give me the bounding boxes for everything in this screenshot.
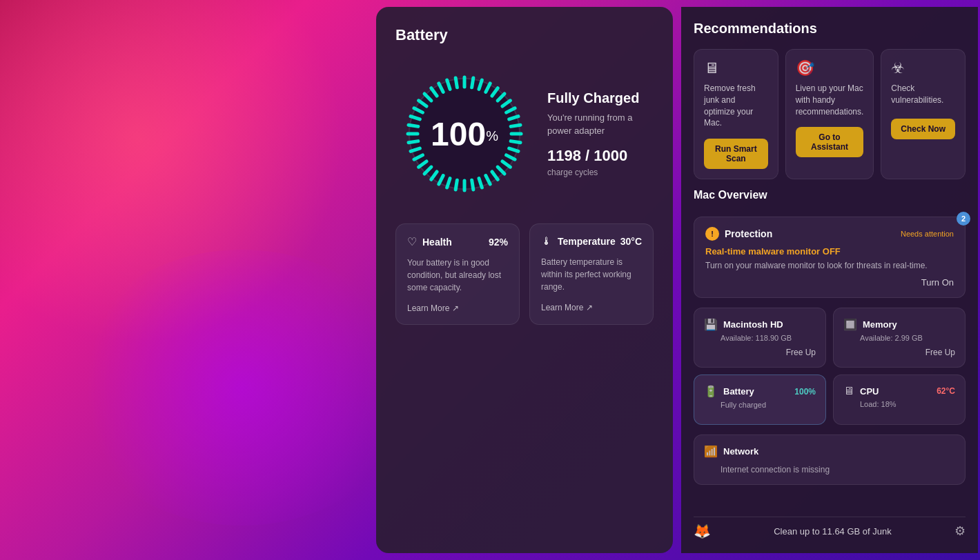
disk-icon: 💾: [704, 318, 718, 331]
health-value: 92%: [489, 237, 508, 248]
protection-card: 2 ! Protection Needs attention Real-time…: [694, 217, 966, 298]
macintosh-hd-header: 💾 Macintosh HD: [704, 318, 816, 331]
battery-cycles-label: charge cycles: [547, 168, 654, 177]
protection-header: ! Protection Needs attention: [705, 227, 954, 241]
rec-desc-1: Remove fresh junk and optimize your Mac.: [704, 83, 768, 129]
battery-percent-display: 100%: [431, 115, 498, 153]
svg-line-40: [409, 141, 418, 143]
app-container: Battery 100% Fully Charged You're runnin…: [376, 7, 980, 553]
health-learn-more[interactable]: Learn More ↗: [407, 303, 508, 313]
footer-clean-text: Clean up to 11.64 GB of Junk: [774, 526, 892, 537]
protection-label: Protection: [725, 228, 772, 239]
protection-badge: 2: [957, 212, 970, 226]
cpu-icon: 🖥: [843, 385, 854, 397]
temperature-title: Temperature: [558, 236, 616, 247]
overview-grid: 💾 Macintosh HD Available: 118.90 GB Free…: [694, 308, 966, 425]
thermometer-icon: 🌡: [541, 235, 552, 248]
battery-circle: 100%: [395, 65, 533, 203]
shield-icon: !: [705, 227, 719, 241]
rec-card-2: 🎯 Liven up your Mac with handy recommend…: [785, 49, 874, 179]
memory-card: 🔲 Memory Available: 2.99 GB Free Up: [833, 308, 966, 368]
battery-sub-cards: ♡ Health 92% Your battery is in good con…: [395, 223, 654, 325]
battery-circle-section: 100% Fully Charged You're running from a…: [395, 58, 654, 210]
check-now-button[interactable]: Check Now: [891, 119, 955, 139]
cpu-header: 🖥 CPU 62°C: [843, 385, 955, 397]
battery-overview-title: Battery: [723, 386, 789, 397]
rec-card-3: ☣ Check vulnerabilities. Check Now: [881, 49, 966, 179]
macintosh-hd-free-up[interactable]: Free Up: [704, 348, 816, 357]
cpu-title: CPU: [860, 386, 931, 397]
battery-info: Fully Charged You're running from a powe…: [533, 90, 654, 177]
recommendations-title: Recommendations: [694, 21, 966, 37]
protection-title-group: ! Protection: [705, 227, 772, 241]
svg-line-20: [511, 125, 520, 126]
battery-overview-card: 🔋 Battery 100% Fully charged: [694, 374, 826, 425]
svg-line-12: [472, 78, 473, 88]
rec-icon-1: 🖥: [704, 59, 768, 77]
svg-line-32: [455, 180, 457, 190]
temperature-learn-more[interactable]: Learn More ↗: [541, 303, 642, 312]
rec-desc-3: Check vulnerabilities.: [891, 83, 955, 109]
rec-card-1: 🖥 Remove fresh junk and optimize your Ma…: [694, 49, 778, 179]
malware-warning: Real-time malware monitor OFF: [705, 246, 954, 257]
footer-app-icon: 🦊: [694, 523, 711, 539]
heart-icon: ♡: [407, 235, 417, 248]
temperature-value: 30°C: [620, 236, 642, 247]
rec-icon-3: ☣: [891, 59, 955, 77]
battery-description: You're running from a power adapter: [547, 112, 654, 137]
rec-desc-2: Liven up your Mac with handy recommendat…: [796, 83, 864, 117]
battery-overview-header: 🔋 Battery 100%: [704, 385, 816, 398]
health-card-header: ♡ Health 92%: [407, 235, 508, 248]
temperature-card-header: 🌡 Temperature 30°C: [541, 235, 642, 248]
svg-line-22: [511, 141, 520, 143]
macintosh-hd-subtitle: Available: 118.90 GB: [704, 334, 816, 342]
gear-icon[interactable]: ⚙: [954, 523, 966, 539]
recommendations-row: 🖥 Remove fresh junk and optimize your Ma…: [694, 49, 966, 179]
svg-line-30: [472, 180, 473, 190]
temperature-description: Battery temperature is within its perfec…: [541, 256, 642, 293]
memory-free-up[interactable]: Free Up: [843, 348, 955, 357]
rec-icon-2: 🎯: [796, 59, 864, 77]
battery-overview-icon: 🔋: [704, 385, 718, 398]
cpu-card: 🖥 CPU 62°C Load: 18%: [833, 374, 966, 425]
network-icon: 📶: [704, 445, 718, 458]
svg-line-10: [455, 78, 457, 88]
run-smart-scan-button[interactable]: Run Smart Scan: [704, 139, 768, 169]
memory-icon: 🔲: [843, 318, 857, 331]
cpu-value: 62°C: [937, 386, 955, 396]
health-title-group: ♡ Health: [407, 235, 452, 248]
health-title: Health: [422, 237, 452, 248]
memory-subtitle: Available: 2.99 GB: [843, 334, 955, 342]
memory-header: 🔲 Memory: [843, 318, 955, 331]
battery-panel-title: Battery: [395, 26, 654, 44]
network-missing-text: Internet connection is missing: [704, 465, 955, 474]
macintosh-hd-title: Macintosh HD: [723, 319, 816, 330]
go-to-assistant-button[interactable]: Go to Assistant: [796, 127, 864, 157]
battery-percent-value: 100: [431, 116, 486, 152]
network-title: Network: [723, 446, 758, 457]
svg-line-2: [409, 125, 418, 126]
protection-description: Turn on your malware monitor to look for…: [705, 261, 954, 270]
cpu-subtitle: Load: 18%: [843, 400, 955, 408]
health-card: ♡ Health 92% Your battery is in good con…: [395, 223, 520, 325]
macintosh-hd-card: 💾 Macintosh HD Available: 118.90 GB Free…: [694, 308, 826, 368]
temperature-title-group: 🌡 Temperature: [541, 235, 616, 248]
battery-overview-subtitle: Fully charged: [704, 401, 816, 409]
right-footer: 🦊 Clean up to 11.64 GB of Junk ⚙: [694, 517, 966, 539]
turn-on-button[interactable]: Turn On: [705, 277, 954, 288]
battery-cycles-value: 1198 / 1000: [547, 147, 654, 165]
needs-attention-label: Needs attention: [901, 230, 954, 238]
network-card: 📶 Network Internet connection is missing: [694, 434, 966, 485]
mac-overview-title: Mac Overview: [694, 189, 966, 201]
health-description: Your battery is in good condition, but a…: [407, 257, 508, 294]
memory-title: Memory: [863, 319, 955, 330]
temperature-card: 🌡 Temperature 30°C Battery temperature i…: [529, 223, 654, 325]
right-panel: Recommendations 🖥 Remove fresh junk and …: [681, 7, 978, 553]
network-header: 📶 Network: [704, 445, 955, 458]
battery-overview-value: 100%: [794, 387, 816, 397]
battery-percent-sign: %: [486, 128, 498, 143]
battery-status: Fully Charged: [547, 90, 654, 106]
battery-panel: Battery 100% Fully Charged You're runnin…: [376, 7, 673, 553]
